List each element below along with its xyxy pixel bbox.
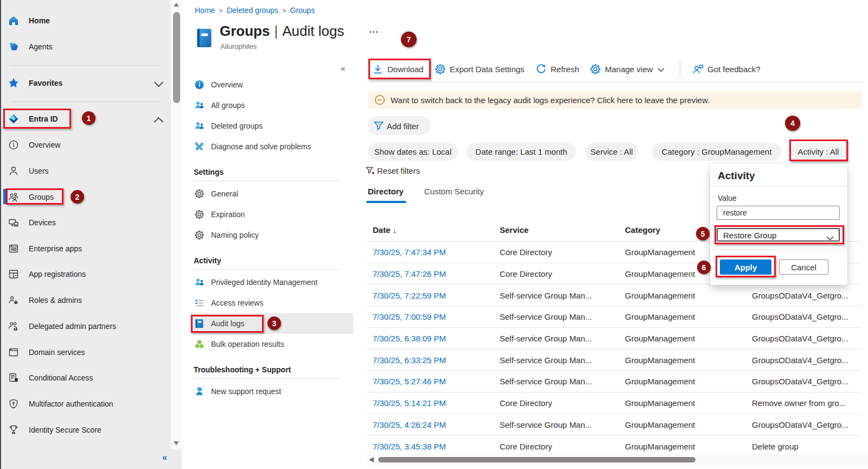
refresh-icon	[536, 64, 546, 74]
menu-item-all-groups[interactable]: All groups	[182, 95, 353, 116]
sidebar-collapse-button[interactable]: «	[162, 453, 167, 462]
cell-date[interactable]: 7/30/25, 3:45:38 PM	[373, 441, 446, 451]
enterprise-apps-icon	[8, 243, 19, 254]
cell-service: Self-service Group Man...	[500, 312, 592, 321]
column-header-date[interactable]: Date ↓	[373, 225, 397, 234]
cell-date[interactable]: 7/30/25, 5:27:46 PM	[373, 377, 446, 386]
menu-item-bulk-results[interactable]: Bulk operation results	[182, 334, 353, 354]
menu-item-naming-policy[interactable]: Naming policy	[182, 225, 353, 245]
tab-directory[interactable]: Directory	[368, 187, 404, 196]
sidebar-item-label: App registrations	[29, 270, 86, 278]
sidebar-item-label: Conditional Access	[29, 373, 93, 382]
cell-date[interactable]: 7/30/25, 7:00:59 PM	[373, 312, 446, 321]
menu-item-expiration[interactable]: Expiration	[182, 204, 353, 225]
scroll-up-arrow-icon[interactable]	[174, 3, 179, 7]
cell-date[interactable]: 7/30/25, 6:33:25 PM	[373, 355, 446, 364]
cell-service: Core Directory	[500, 248, 552, 257]
cell-date[interactable]: 7/30/25, 6:38:09 PM	[373, 334, 446, 343]
column-header-category[interactable]: Category	[625, 225, 660, 234]
breadcrumb-deleted-groups[interactable]: Deleted groups	[227, 6, 278, 15]
cell-date[interactable]: 7/30/25, 7:47:26 PM	[373, 269, 446, 278]
table-row[interactable]: 7/30/25, 6:33:25 PM Self-service Group M…	[366, 349, 861, 371]
entra-id-icon	[8, 113, 19, 124]
cell-activity: GroupsODataV4_Getgro...	[752, 312, 848, 321]
table-row[interactable]: 7/30/25, 7:00:59 PM Self-service Group M…	[366, 306, 861, 328]
menu-item-new-support-request[interactable]: New support request	[182, 381, 353, 402]
got-feedback-button[interactable]: Got feedback?	[693, 59, 761, 80]
menu-item-pim[interactable]: Privileged Identity Management	[182, 272, 353, 293]
filter-chip-show-dates[interactable]: Show dates as: Local	[368, 143, 458, 161]
sidebar-item-overview[interactable]: Overview	[0, 132, 170, 158]
refresh-button[interactable]: Refresh	[536, 59, 579, 80]
sidebar-item-roles-admins[interactable]: Roles & admins	[0, 287, 170, 313]
sidebar-item-users[interactable]: Users	[0, 158, 170, 184]
menu-item-deleted-groups[interactable]: Deleted groups	[182, 116, 353, 136]
menu-item-general[interactable]: General	[182, 183, 353, 204]
cell-activity: GroupsODataV4_Getgro...	[752, 420, 848, 429]
table-row[interactable]: 7/30/25, 5:27:46 PM Self-service Group M…	[366, 371, 861, 392]
sidebar-item-secure-score[interactable]: Identity Secure Score	[0, 417, 170, 443]
menu-section-divider	[194, 378, 341, 379]
sidebar-item-conditional-access[interactable]: Conditional Access	[0, 365, 170, 391]
more-options-button[interactable]	[369, 27, 379, 35]
sidebar-item-favorites[interactable]: Favorites	[0, 70, 170, 96]
chevron-down-icon[interactable]	[154, 80, 164, 86]
table-row[interactable]: 7/30/25, 6:38:09 PM Self-service Group M…	[366, 328, 861, 350]
filter-chip-activity[interactable]: Activity : All	[791, 143, 846, 161]
cell-category: GroupManagement	[625, 441, 695, 451]
menu-item-diagnose[interactable]: Diagnose and solve problems	[182, 136, 353, 157]
sidebar-scrollbar-thumb[interactable]	[173, 12, 180, 103]
table-row[interactable]: 7/30/25, 4:26:24 PM Self-service Group M…	[366, 414, 861, 436]
menu-item-access-reviews[interactable]: Access reviews	[182, 293, 353, 313]
sidebar-item-devices[interactable]: Devices	[0, 210, 170, 236]
sidebar-item-app-registrations[interactable]: App registrations	[0, 261, 170, 287]
preview-notice-banner[interactable]: Want to switch back to the legacy audit …	[368, 91, 861, 109]
breadcrumb-groups[interactable]: Groups	[290, 6, 315, 15]
menu-collapse-button[interactable]: «	[341, 64, 345, 73]
sidebar-item-delegated-admin[interactable]: Delegated admin partners	[0, 313, 170, 339]
toolbar-divider	[680, 61, 680, 78]
cell-date[interactable]: 7/30/25, 5:14:21 PM	[373, 398, 446, 408]
sidebar-item-domain-services[interactable]: Domain services	[0, 339, 170, 365]
sidebar-item-home[interactable]: Home	[0, 8, 170, 34]
download-button[interactable]: Download	[373, 59, 424, 80]
cell-activity: GroupsODataV4_Getgro...	[752, 290, 848, 300]
sidebar-item-groups[interactable]: Groups	[0, 184, 170, 210]
sidebar-item-mfa[interactable]: Multifactor authentication	[0, 391, 170, 417]
sidebar-item-agents[interactable]: Agents	[0, 34, 170, 60]
cell-date[interactable]: 7/30/25, 7:47:34 PM	[373, 248, 446, 257]
apply-button[interactable]: Apply	[720, 259, 771, 275]
cell-category: GroupManagement	[625, 420, 695, 429]
menu-item-overview[interactable]: Overview	[182, 74, 353, 95]
export-data-settings-button[interactable]: Export Data Settings	[435, 59, 525, 80]
cell-service: Self-service Group Man...	[500, 290, 592, 300]
filter-chip-service[interactable]: Service : All	[585, 143, 638, 161]
menu-item-audit-logs[interactable]: Audit logs	[190, 313, 353, 334]
table-row[interactable]: 7/30/25, 7:22:59 PM Self-service Group M…	[366, 284, 861, 306]
scroll-left-arrow-icon[interactable]	[369, 457, 374, 462]
add-filter-button[interactable]: Add filter	[368, 116, 431, 135]
refresh-label: Refresh	[551, 65, 579, 74]
filter-chip-date-range[interactable]: Date range: Last 1 month	[467, 143, 576, 161]
column-header-service[interactable]: Service	[500, 225, 528, 234]
value-input[interactable]	[717, 206, 840, 220]
sidebar-item-entra-id[interactable]: Entra ID	[0, 106, 170, 132]
table-row[interactable]: 7/30/25, 5:14:21 PM Core Directory Group…	[366, 392, 861, 414]
cell-service: Core Directory	[500, 269, 552, 278]
reset-filters-button[interactable]: Reset filters	[366, 166, 420, 175]
scroll-down-arrow-icon[interactable]	[174, 441, 179, 445]
sidebar-item-enterprise-apps[interactable]: Enterprise apps	[0, 236, 170, 262]
cell-date[interactable]: 7/30/25, 4:26:24 PM	[373, 420, 446, 429]
cancel-button[interactable]: Cancel	[779, 259, 828, 275]
tab-custom-security[interactable]: Custom Security	[424, 187, 484, 196]
cell-date[interactable]: 7/30/25, 7:22:59 PM	[373, 290, 446, 300]
sidebar-scrollbar[interactable]	[171, 0, 182, 449]
breadcrumb-home[interactable]: Home	[195, 6, 215, 15]
book-icon	[195, 319, 204, 328]
horizontal-scrollbar-thumb[interactable]	[378, 457, 695, 462]
horizontal-scrollbar[interactable]	[366, 454, 868, 466]
filter-chip-category[interactable]: Category : GroupManagement	[652, 143, 781, 161]
activity-dropdown[interactable]: Restore Group	[717, 228, 840, 242]
manage-view-button[interactable]: Manage view	[590, 59, 665, 80]
chevron-up-icon[interactable]	[154, 116, 164, 122]
